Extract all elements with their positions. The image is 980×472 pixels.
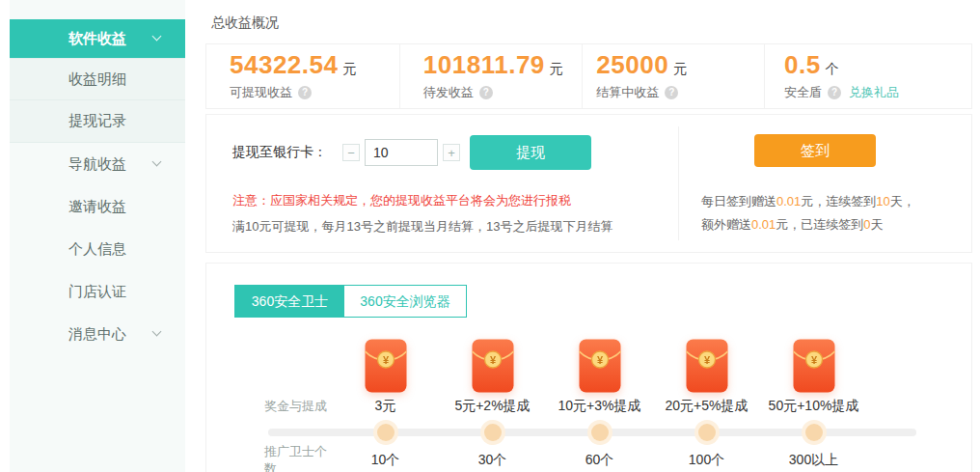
- tier-bonus-label: 3元: [332, 398, 439, 415]
- stat-label-text: 结算中收益: [596, 84, 659, 101]
- red-envelope-row: ¥¥¥¥¥: [264, 339, 920, 395]
- help-icon[interactable]: ?: [665, 86, 678, 99]
- text-segment: 元，连续签到: [801, 194, 876, 208]
- text-segment: 每日签到赠送: [701, 194, 776, 208]
- sidebar-item-label: 邀请收益: [68, 198, 126, 216]
- svg-text:¥: ¥: [489, 354, 496, 366]
- stat-unit: 元: [673, 61, 687, 76]
- bonus-row-label: 奖金与提成: [264, 398, 332, 415]
- text-segment: 元，已连续签到: [776, 217, 863, 232]
- stat-label: 可提现收益?: [230, 84, 399, 101]
- help-icon[interactable]: ?: [828, 86, 841, 99]
- withdraw-amount-input[interactable]: [365, 139, 438, 166]
- highlighted-number: 0.01: [776, 194, 801, 208]
- tier-envelope-cell: ¥: [760, 339, 867, 397]
- tier-envelope-cell: ¥: [546, 339, 653, 397]
- withdraw-card: 提现至银行卡： − + 提现 注意：应国家相关规定，您的提现收益平台将会为您进行…: [205, 114, 972, 253]
- chevron-down-icon: [152, 157, 162, 167]
- milestone-dot: [377, 424, 395, 441]
- help-icon[interactable]: ?: [298, 86, 312, 99]
- red-envelope-icon: ¥: [579, 339, 621, 393]
- tier-bonus-label: 20元+5%提成: [653, 398, 760, 415]
- stat-value: 0.5个: [784, 52, 971, 77]
- sidebar-item-label: 收益明细: [68, 70, 126, 89]
- help-icon[interactable]: ?: [479, 86, 493, 99]
- text-segment: 天，: [890, 194, 915, 208]
- signin-info-line2: 额外赠送0.01元，已连续签到0天: [701, 217, 884, 233]
- promotion-rewards-card: 360安全卫士 360安全浏览器 ¥¥¥¥¥ 奖金与提成 3元5元+2%提成10…: [205, 263, 972, 472]
- stat-security-shield: 0.5个安全盾?兑换礼品: [764, 44, 971, 108]
- increase-amount-button[interactable]: +: [443, 144, 460, 161]
- tab-360-safeguard[interactable]: 360安全卫士: [235, 286, 344, 317]
- signin-button[interactable]: 签到: [754, 134, 876, 167]
- tab-360-browser[interactable]: 360安全浏览器: [344, 286, 466, 317]
- milestone-dot: [591, 424, 609, 441]
- chevron-down-icon: [152, 32, 162, 42]
- withdraw-to-bank-label: 提现至银行卡：: [232, 144, 327, 161]
- stat-label: 结算中收益?: [596, 84, 764, 101]
- milestone-dot: [698, 424, 716, 441]
- signin-panel: 签到 每日签到赠送0.01元，连续签到10天， 额外赠送0.01元，已连续签到0…: [678, 115, 971, 252]
- sidebar-item-label: 个人信息: [68, 240, 126, 259]
- sidebar-item-label: 软件收益: [68, 30, 126, 48]
- sidebar: 软件收益收益明细提现记录导航收益邀请收益个人信息门店认证消息中心: [10, 0, 185, 472]
- tier-bonus-label: 10元+3%提成: [546, 398, 653, 415]
- sidebar-item-withdrawal-records[interactable]: 提现记录: [10, 100, 185, 143]
- sidebar-item-invitation-earnings[interactable]: 邀请收益: [10, 185, 185, 228]
- sidebar-item-navigation-earnings[interactable]: 导航收益: [10, 143, 185, 185]
- red-envelope-icon: ¥: [686, 339, 728, 393]
- earnings-summary-card: 54322.54元可提现收益?101811.79元待发收益?25000元结算中收…: [205, 43, 972, 109]
- withdraw-button[interactable]: 提现: [470, 135, 591, 170]
- tier-bonus-label: 50元+10%提成: [760, 398, 867, 415]
- tier-bonus-label: 5元+2%提成: [439, 398, 546, 415]
- sidebar-item-label: 提现记录: [68, 112, 126, 130]
- milestone-dot: [805, 424, 823, 441]
- stat-label-text: 可提现收益: [230, 84, 292, 101]
- svg-text:¥: ¥: [596, 354, 603, 366]
- sidebar-item-message-center[interactable]: 消息中心: [10, 313, 185, 355]
- stat-label-text: 待发收益: [423, 84, 474, 101]
- highlighted-number: 0.01: [751, 217, 776, 232]
- tier-envelope-cell: ¥: [653, 339, 760, 397]
- bonus-row: 奖金与提成 3元5元+2%提成10元+3%提成20元+5%提成50元+10%提成: [264, 395, 920, 418]
- stat-pending-earnings: 101811.79元待发收益?: [399, 44, 583, 108]
- highlighted-number: 0: [863, 217, 870, 232]
- svg-text:¥: ¥: [382, 354, 389, 366]
- red-envelope-icon: ¥: [365, 339, 407, 393]
- sidebar-item-label: 导航收益: [68, 155, 126, 174]
- stat-label: 安全盾?兑换礼品: [784, 84, 971, 101]
- red-envelope-icon: ¥: [472, 339, 514, 393]
- stat-label-text: 安全盾: [784, 84, 822, 101]
- svg-text:¥: ¥: [703, 354, 710, 366]
- milestone-dot: [484, 424, 502, 441]
- svg-text:¥: ¥: [810, 354, 817, 366]
- withdraw-rules: 满10元可提现，每月13号之前提现当月结算，13号之后提现下月结算: [232, 218, 612, 236]
- tier-count-label: 300以上: [760, 452, 867, 469]
- red-envelope-icon: ¥: [793, 339, 835, 393]
- sidebar-item-store-certification[interactable]: 门店认证: [10, 270, 185, 313]
- sidebar-item-personal-info[interactable]: 个人信息: [10, 228, 185, 270]
- count-row-label: 推广卫士个数: [264, 443, 332, 472]
- redeem-gift-link[interactable]: 兑换礼品: [849, 84, 899, 101]
- decrease-amount-button[interactable]: −: [342, 144, 360, 161]
- stat-withdrawable-earnings: 54322.54元可提现收益?: [206, 44, 399, 108]
- sidebar-item-earnings-detail[interactable]: 收益明细: [10, 58, 185, 100]
- stat-value: 101811.79元: [423, 52, 583, 77]
- product-tabs: 360安全卫士 360安全浏览器: [234, 285, 467, 318]
- sidebar-item-software-earnings[interactable]: 软件收益: [10, 19, 185, 58]
- tier-count-label: 100个: [653, 452, 760, 469]
- sidebar-item-label: 消息中心: [68, 325, 126, 344]
- tier-count-label: 10个: [332, 452, 439, 469]
- highlighted-number: 10: [876, 194, 889, 208]
- stat-unit: 元: [342, 61, 356, 76]
- signin-info-line1: 每日签到赠送0.01元，连续签到10天，: [701, 194, 915, 209]
- stat-unit: 元: [550, 61, 563, 76]
- text-segment: 额外赠送: [701, 217, 751, 232]
- stat-value: 54322.54元: [230, 52, 399, 77]
- count-row: 推广卫士个数 10个30个60个100个300以上: [264, 449, 920, 472]
- tier-count-label: 30个: [439, 452, 546, 469]
- page-title: 总收益概况: [211, 14, 279, 32]
- sidebar-item-label: 门店认证: [68, 283, 126, 301]
- stat-value: 25000元: [596, 52, 764, 77]
- stat-unit: 个: [826, 61, 839, 76]
